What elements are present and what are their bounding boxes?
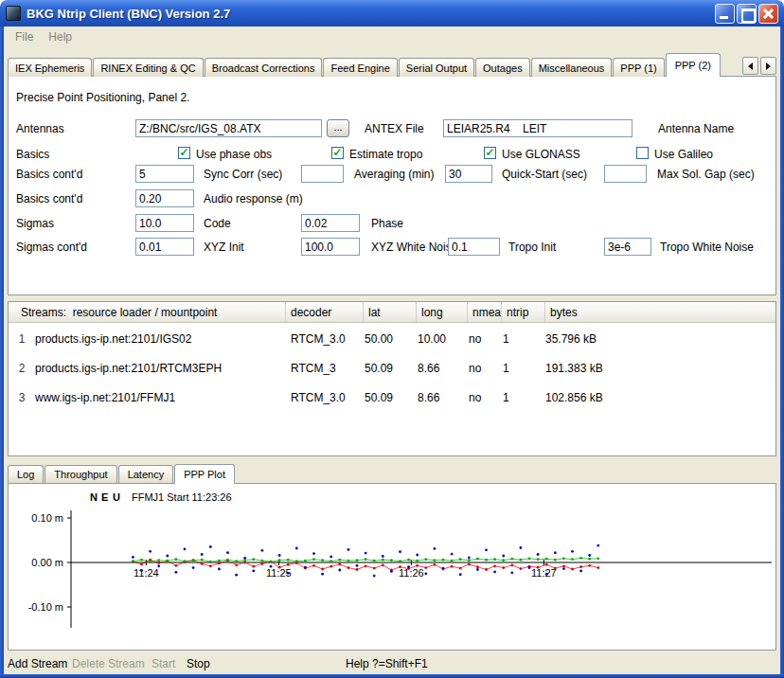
tropo-white-noise-input[interactable] xyxy=(604,238,651,256)
minimize-button[interactable] xyxy=(715,4,735,24)
window-frame-bottom xyxy=(0,674,784,678)
svg-text:11:26: 11:26 xyxy=(399,567,424,579)
header-bytes: bytes xyxy=(544,302,775,322)
ntrip-cell: 1 xyxy=(501,332,544,346)
menubar: File Help xyxy=(4,27,780,47)
sigmas-label: Sigmas xyxy=(16,217,54,230)
basics-contd-label: Basics cont'd xyxy=(16,168,82,181)
tropo-init-label: Tropo Init xyxy=(508,241,556,254)
antenna-name-input[interactable] xyxy=(443,119,633,137)
use-phase-obs-label: Use phase obs xyxy=(196,148,272,161)
xyz-white-noise-input[interactable] xyxy=(301,238,360,256)
row-number: 3 xyxy=(9,391,35,404)
quick-start-input[interactable] xyxy=(445,165,492,183)
add-stream-button[interactable]: Add Stream xyxy=(8,657,67,670)
svg-text:-0.10 m: -0.10 m xyxy=(28,601,63,613)
max-sol-gap-label: Max Sol. Gap (sec) xyxy=(657,168,755,181)
xyz-init-input[interactable] xyxy=(135,238,194,256)
svg-text:0.10 m: 0.10 m xyxy=(31,512,63,524)
nmea-cell: no xyxy=(467,332,501,346)
ppp2-panel: Precise Point Positioning, Panel 2. Ante… xyxy=(8,76,776,295)
averaging-input[interactable] xyxy=(301,165,344,183)
lat-cell: 50.00 xyxy=(363,332,416,346)
tab-outages[interactable]: Outages xyxy=(475,58,530,77)
streams-table: Streams: resource loader / mountpoint de… xyxy=(8,301,776,456)
basics-label: Basics xyxy=(16,148,49,161)
bytes-cell: 35.796 kB xyxy=(544,332,775,346)
antex-file-label: ANTEX File xyxy=(365,122,424,135)
header-mountpoint: Streams: resource loader / mountpoint xyxy=(9,302,285,322)
tab-serial-output[interactable]: Serial Output xyxy=(399,58,474,77)
close-button[interactable] xyxy=(758,4,778,24)
bytes-cell: 191.383 kB xyxy=(544,362,775,375)
tropo-init-input[interactable] xyxy=(448,238,500,256)
antennas-label: Antennas xyxy=(16,122,64,135)
maximize-button[interactable] xyxy=(737,4,757,24)
antex-browse-button[interactable]: ... xyxy=(327,119,349,137)
tab-rinex-editing-qc[interactable]: RINEX Editing & QC xyxy=(93,58,203,77)
use-glonass-checkbox[interactable]: ✓ xyxy=(484,147,496,159)
help-shortcut-label[interactable]: Help ?=Shift+F1 xyxy=(346,657,428,670)
stop-button[interactable]: Stop xyxy=(187,657,210,670)
mountpoint-cell: www.igs-ip.net:2101/FFMJ1 xyxy=(35,391,285,404)
max-sol-gap-input[interactable] xyxy=(604,165,647,183)
tab-ppp-1[interactable]: PPP (1) xyxy=(613,58,664,77)
ntrip-cell: 1 xyxy=(501,391,544,404)
main-tabbar: IEX Ephemeris RINEX Editing & QC Broadca… xyxy=(8,53,722,77)
stream-row-1[interactable]: 1 products.igs-ip.net:2101/IGS02 RTCM_3.… xyxy=(9,325,775,353)
titlebar[interactable]: BKG Ntrip Client (BNC) Version 2.7 xyxy=(0,0,784,27)
basics-contd2-label: Basics cont'd xyxy=(16,192,82,205)
nmea-cell: no xyxy=(467,391,501,404)
delete-stream-button[interactable]: Delete Stream xyxy=(72,657,145,670)
use-phase-obs-checkbox[interactable]: ✓ xyxy=(178,147,190,159)
sync-corr-input[interactable] xyxy=(135,165,194,183)
svg-text:11:27: 11:27 xyxy=(531,567,557,579)
xyz-white-noise-label: XYZ White Noise xyxy=(371,241,457,254)
tab-feed-engine[interactable]: Feed Engine xyxy=(323,58,397,77)
tab-ppp-plot[interactable]: PPP Plot xyxy=(174,464,235,484)
tab-scroll-right-button[interactable] xyxy=(760,57,776,75)
stream-row-3[interactable]: 3 www.igs-ip.net:2101/FFMJ1 RTCM_3.0 50.… xyxy=(9,384,775,412)
antex-path-input[interactable] xyxy=(135,119,322,137)
audio-response-label: Audio response (m) xyxy=(204,192,303,205)
stream-row-2[interactable]: 2 products.igs-ip.net:2101/RTCM3EPH RTCM… xyxy=(9,354,775,383)
tab-latency[interactable]: Latency xyxy=(118,465,174,483)
ppp-plot-svg: 0.10 m0.00 m-0.10 m11:2411:2511:2611:27N… xyxy=(9,484,775,650)
tab-scroll-left-button[interactable] xyxy=(742,57,758,75)
svg-text:11:24: 11:24 xyxy=(134,567,159,579)
start-button[interactable]: Start xyxy=(151,657,175,670)
window-frame-right xyxy=(780,25,784,678)
mountpoint-cell: products.igs-ip.net:2101/RTCM3EPH xyxy=(35,362,285,375)
nmea-cell: no xyxy=(467,362,501,375)
sigma-phase-input[interactable] xyxy=(301,214,360,232)
menu-help[interactable]: Help xyxy=(41,28,80,45)
quick-start-label: Quick-Start (sec) xyxy=(502,168,587,181)
use-galileo-checkbox[interactable] xyxy=(636,147,649,159)
sigma-code-label: Code xyxy=(204,217,231,230)
svg-text:U: U xyxy=(113,491,120,503)
antenna-name-label: Antenna Name xyxy=(658,122,734,135)
audio-response-input[interactable] xyxy=(135,189,194,207)
tab-broadcast-corrections[interactable]: Broadcast Corrections xyxy=(205,58,323,77)
tab-log[interactable]: Log xyxy=(8,465,44,483)
tab-iex-ephemeris[interactable]: IEX Ephemeris xyxy=(8,58,92,77)
long-cell: 10.00 xyxy=(416,332,467,346)
row-number: 2 xyxy=(9,362,35,375)
header-decoder: decoder xyxy=(285,302,363,322)
ntrip-cell: 1 xyxy=(501,362,544,375)
window-frame-left xyxy=(0,25,4,678)
averaging-label: Averaging (min) xyxy=(354,168,434,181)
tab-throughput[interactable]: Throughput xyxy=(45,465,116,483)
decoder-cell: RTCM_3 xyxy=(285,362,363,375)
svg-text:N: N xyxy=(90,491,98,503)
menu-file[interactable]: File xyxy=(8,28,41,45)
sigmas-contd-label: Sigmas cont'd xyxy=(16,241,87,254)
svg-text:0.00 m: 0.00 m xyxy=(31,557,63,568)
estimate-tropo-checkbox[interactable]: ✓ xyxy=(331,147,344,159)
ppp-plot-panel: 0.10 m0.00 m-0.10 m11:2411:2511:2611:27N… xyxy=(8,483,776,651)
tab-miscellaneous[interactable]: Miscellaneous xyxy=(531,58,613,77)
sigma-code-input[interactable] xyxy=(135,214,194,232)
tab-ppp-2[interactable]: PPP (2) xyxy=(666,53,721,77)
long-cell: 8.66 xyxy=(416,362,467,375)
use-galileo-label: Use Galileo xyxy=(654,148,713,161)
